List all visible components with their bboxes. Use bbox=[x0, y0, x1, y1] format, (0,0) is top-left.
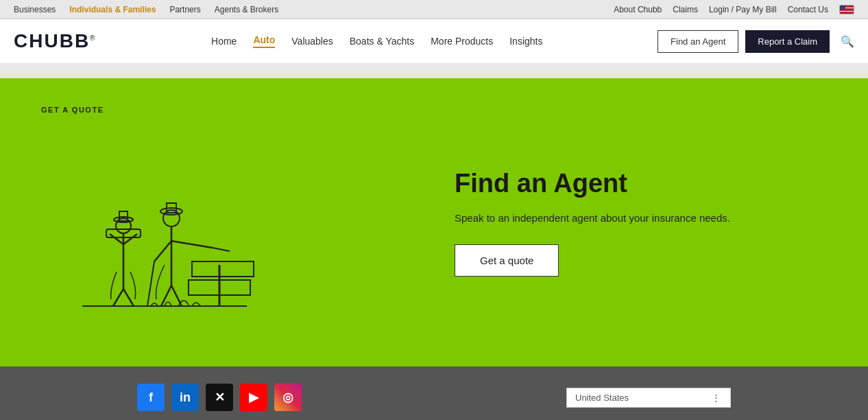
get-quote-label: GET A QUOTE bbox=[41, 106, 413, 114]
chubb-logo[interactable]: CHUBB® bbox=[14, 30, 96, 52]
report-claim-button[interactable]: Report a Claim bbox=[745, 30, 830, 53]
sub-bar bbox=[0, 63, 868, 78]
social-icons: f in ✕ ▶ ◎ bbox=[137, 384, 302, 411]
svg-line-11 bbox=[147, 261, 154, 306]
twitter-x-icon[interactable]: ✕ bbox=[206, 384, 233, 411]
nav-agents-brokers[interactable]: Agents & Brokers bbox=[215, 5, 278, 14]
instagram-icon[interactable]: ◎ bbox=[274, 384, 302, 411]
search-icon[interactable]: 🔍 bbox=[841, 35, 854, 48]
hero-illustration bbox=[41, 128, 261, 327]
top-bar-right: About Chubb Claims Login / Pay My Bill C… bbox=[614, 5, 854, 14]
find-agent-button[interactable]: Find an Agent bbox=[658, 30, 738, 53]
nav-more-products[interactable]: More Products bbox=[431, 36, 493, 47]
nav-individuals-families[interactable]: Individuals & Families bbox=[69, 5, 156, 14]
facebook-icon[interactable]: f bbox=[137, 384, 165, 411]
svg-rect-2 bbox=[192, 261, 254, 277]
link-login-pay[interactable]: Login / Pay My Bill bbox=[709, 5, 777, 14]
main-nav: Home Auto Valuables Boats & Yachts More … bbox=[211, 34, 542, 48]
country-dots-icon: ⋮ bbox=[712, 393, 722, 403]
nav-insights[interactable]: Insights bbox=[509, 36, 542, 47]
country-selector[interactable]: United States ⋮ bbox=[566, 388, 731, 408]
nav-home[interactable]: Home bbox=[211, 36, 237, 47]
country-label: United States bbox=[575, 393, 629, 403]
hero-left: GET A QUOTE bbox=[0, 78, 413, 366]
youtube-icon[interactable]: ▶ bbox=[240, 384, 267, 411]
nav-businesses[interactable]: Businesses bbox=[14, 5, 56, 14]
nav-valuables[interactable]: Valuables bbox=[291, 36, 333, 47]
find-agent-description: Speak to an independent agent about your… bbox=[455, 212, 827, 224]
nav-auto[interactable]: Auto bbox=[253, 34, 275, 48]
flag-icon bbox=[839, 5, 854, 14]
top-bar-left: Businesses Individuals & Families Partne… bbox=[14, 5, 278, 14]
linkedin-icon[interactable]: in bbox=[171, 384, 199, 411]
svg-line-18 bbox=[110, 234, 123, 244]
hero-section: GET A QUOTE bbox=[0, 78, 868, 366]
link-about-chubb[interactable]: About Chubb bbox=[614, 5, 662, 14]
svg-line-13 bbox=[171, 285, 182, 306]
link-contact-us[interactable]: Contact Us bbox=[788, 5, 828, 14]
svg-line-21 bbox=[113, 289, 123, 306]
svg-line-19 bbox=[123, 234, 137, 244]
nav-boats-yachts[interactable]: Boats & Yachts bbox=[350, 36, 414, 47]
svg-line-22 bbox=[123, 289, 134, 306]
footer: f in ✕ ▶ ◎ United States ⋮ bbox=[0, 366, 868, 420]
svg-line-10 bbox=[154, 241, 171, 261]
svg-line-9 bbox=[213, 248, 230, 251]
link-claims[interactable]: Claims bbox=[673, 5, 698, 14]
top-bar: Businesses Individuals & Families Partne… bbox=[0, 0, 868, 19]
nav-actions: Find an Agent Report a Claim 🔍 bbox=[658, 30, 854, 53]
nav-bar: CHUBB® Home Auto Valuables Boats & Yacht… bbox=[0, 19, 868, 63]
nav-partners[interactable]: Partners bbox=[169, 5, 200, 14]
illustration-svg bbox=[41, 128, 261, 327]
find-agent-title: Find an Agent bbox=[455, 169, 827, 198]
svg-point-6 bbox=[160, 208, 182, 215]
hero-right: Find an Agent Speak to an independent ag… bbox=[413, 78, 868, 366]
svg-line-8 bbox=[171, 241, 213, 248]
get-quote-button[interactable]: Get a quote bbox=[455, 244, 559, 277]
